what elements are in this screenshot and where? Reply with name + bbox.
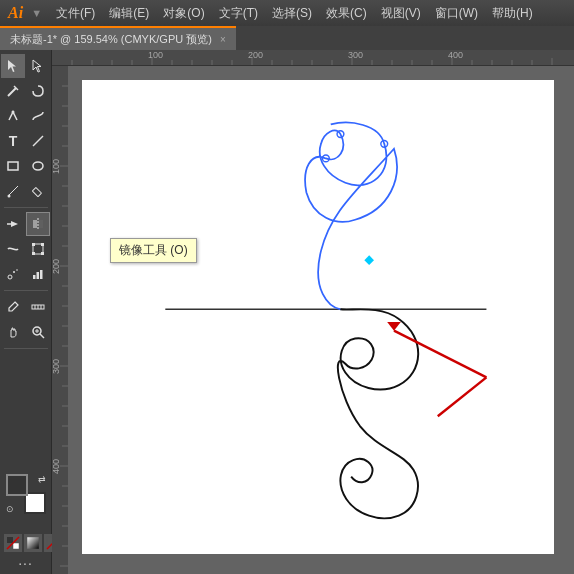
fill-stroke-indicator[interactable]: ⊙ ⇄ — [6, 474, 46, 514]
svg-text:200: 200 — [248, 50, 263, 60]
app-logo: Ai — [8, 4, 23, 22]
swap-colors-icon[interactable]: ⇄ — [38, 474, 46, 484]
svg-rect-12 — [33, 220, 37, 228]
ellipse-tool[interactable] — [26, 154, 50, 178]
tooltip-text: 镜像工具 (O) — [119, 243, 188, 257]
line-segment-tool[interactable] — [26, 129, 50, 153]
rotate-tool[interactable] — [1, 212, 25, 236]
pencil-tool[interactable] — [26, 179, 50, 203]
symbol-sprayer-tool[interactable] — [1, 262, 25, 286]
svg-text:200: 200 — [52, 259, 61, 274]
separator-2 — [4, 290, 48, 291]
svg-point-23 — [13, 271, 15, 273]
fill-color-box[interactable] — [6, 474, 28, 496]
menu-object[interactable]: 对象(O) — [157, 3, 210, 24]
toolbar: T — [0, 50, 52, 574]
canvas-area[interactable]: 100 200 300 400 — [52, 50, 574, 574]
svg-rect-18 — [32, 243, 35, 246]
svg-rect-20 — [32, 252, 35, 255]
svg-rect-13 — [39, 220, 43, 228]
active-tab[interactable]: 未标题-1* @ 159.54% (CMYK/GPU 预览) × — [0, 26, 236, 50]
tool-group-shape — [1, 154, 50, 178]
column-graph-tool[interactable] — [26, 262, 50, 286]
selection-tool[interactable] — [1, 54, 25, 78]
color-mode-icon[interactable] — [4, 534, 22, 552]
tool-group-pen — [1, 104, 50, 128]
svg-rect-36 — [7, 537, 13, 543]
svg-line-2 — [8, 88, 16, 96]
tab-title: 未标题-1* @ 159.54% (CMYK/GPU 预览) — [10, 32, 212, 47]
svg-line-5 — [33, 136, 43, 146]
default-colors-icon[interactable]: ⊙ — [6, 504, 14, 514]
tool-group-blend — [1, 320, 50, 344]
lasso-tool[interactable] — [26, 79, 50, 103]
svg-point-24 — [16, 269, 18, 271]
eyedropper-tool[interactable] — [1, 295, 25, 319]
svg-rect-26 — [37, 272, 40, 279]
menu-view[interactable]: 视图(V) — [375, 3, 427, 24]
artboard — [82, 80, 554, 554]
magic-wand-tool[interactable] — [1, 79, 25, 103]
svg-rect-42 — [52, 50, 574, 66]
menu-help[interactable]: 帮助(H) — [486, 3, 539, 24]
svg-rect-72 — [52, 66, 68, 574]
svg-rect-21 — [41, 252, 44, 255]
zoom-tool[interactable] — [26, 320, 50, 344]
curvature-tool[interactable] — [26, 104, 50, 128]
svg-marker-1 — [33, 60, 41, 72]
main-layout: T — [0, 50, 574, 574]
svg-marker-11 — [11, 221, 18, 227]
rectangle-tool[interactable] — [1, 154, 25, 178]
type-tool[interactable]: T — [1, 129, 25, 153]
tool-group-warp — [1, 237, 50, 261]
titlebar: Ai ▼ 文件(F) 编辑(E) 对象(O) 文字(T) 选择(S) 效果(C)… — [0, 0, 574, 26]
menu-window[interactable]: 窗口(W) — [429, 3, 484, 24]
more-tools-button[interactable]: ... — [18, 552, 33, 568]
tool-group-select — [1, 54, 50, 78]
svg-text:300: 300 — [348, 50, 363, 60]
measure-tool[interactable] — [26, 295, 50, 319]
menu-text[interactable]: 文字(T) — [213, 3, 264, 24]
separator-3 — [4, 348, 48, 349]
svg-rect-37 — [13, 543, 19, 549]
tabbar: 未标题-1* @ 159.54% (CMYK/GPU 预览) × — [0, 26, 574, 50]
svg-text:400: 400 — [448, 50, 463, 60]
svg-text:100: 100 — [148, 50, 163, 60]
svg-rect-25 — [33, 275, 36, 279]
svg-marker-0 — [8, 60, 16, 72]
tool-group-lasso — [1, 79, 50, 103]
svg-rect-9 — [32, 187, 41, 196]
free-transform-tool[interactable] — [26, 237, 50, 261]
color-area: ⊙ ⇄ — [6, 474, 46, 514]
gradient-icon[interactable] — [24, 534, 42, 552]
warp-tool[interactable] — [1, 237, 25, 261]
hand-tool[interactable] — [1, 320, 25, 344]
tool-group-slice — [1, 295, 50, 319]
tool-group-symbol — [1, 262, 50, 286]
svg-point-22 — [8, 275, 12, 279]
tool-group-brush — [1, 179, 50, 203]
menu-file[interactable]: 文件(F) — [50, 3, 101, 24]
ruler-horizontal: 100 200 300 400 — [52, 50, 574, 66]
tab-close-button[interactable]: × — [220, 34, 226, 45]
paintbrush-tool[interactable] — [1, 179, 25, 203]
tool-tooltip: 镜像工具 (O) — [110, 238, 197, 263]
tool-group-type: T — [1, 129, 50, 153]
tool-group-transform — [1, 212, 50, 236]
menu-effect[interactable]: 效果(C) — [320, 3, 373, 24]
svg-text:400: 400 — [52, 459, 61, 474]
svg-line-33 — [40, 334, 44, 338]
menu-edit[interactable]: 编辑(E) — [103, 3, 155, 24]
svg-rect-19 — [41, 243, 44, 246]
reflect-tool[interactable] — [26, 212, 50, 236]
direct-selection-tool[interactable] — [26, 54, 50, 78]
svg-text:100: 100 — [52, 159, 61, 174]
menu-select[interactable]: 选择(S) — [266, 3, 318, 24]
svg-point-7 — [33, 162, 43, 170]
svg-rect-39 — [27, 537, 39, 549]
svg-text:300: 300 — [52, 359, 61, 374]
svg-rect-6 — [8, 162, 18, 170]
svg-rect-27 — [40, 270, 43, 279]
pen-tool[interactable] — [1, 104, 25, 128]
ruler-vertical: 100 200 300 400 — [52, 66, 68, 574]
